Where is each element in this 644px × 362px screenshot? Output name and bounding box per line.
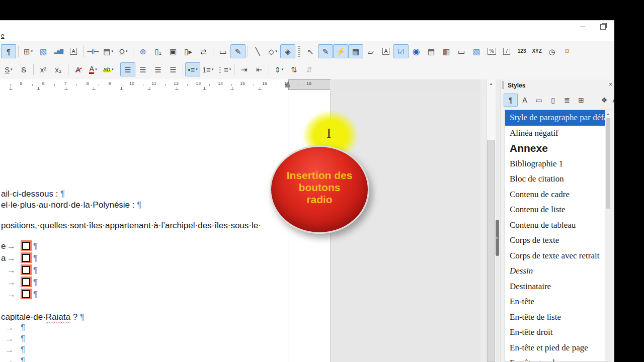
control-wizards-button[interactable]: ⚡ (333, 44, 348, 58)
insert-hyperlink-button[interactable]: ⊕ (135, 44, 150, 58)
dropdown-arrow-icon[interactable]: ▾ (126, 49, 128, 53)
style-list-item[interactable]: Style de paragraphe par défaut (505, 110, 605, 126)
line-spacing-button[interactable]: ⇕▾ (271, 62, 286, 76)
checkbox-control[interactable] (22, 266, 30, 274)
checkbox-anchor-highlight[interactable] (21, 277, 32, 287)
subscript-button[interactable]: x₂ (51, 62, 66, 76)
highlight-color-button[interactable]: ab▾ (101, 62, 116, 76)
style-list-item[interactable]: En-tête et pied de page (505, 340, 605, 356)
style-list-item[interactable]: Contenu de cadre (505, 187, 605, 203)
dropdown-arrow-icon[interactable]: ▾ (275, 49, 277, 53)
paragraph-styles-button[interactable]: ¶ (504, 94, 518, 107)
insert-endnote-button[interactable]: ▣ (166, 44, 181, 58)
dropdown-arrow-icon[interactable]: ▾ (112, 67, 114, 71)
basic-shapes-button[interactable]: ◇▾ (265, 44, 280, 58)
decrease-indent-button[interactable]: ⇤ (252, 62, 267, 76)
dropdown-arrow-icon[interactable]: ▾ (11, 67, 13, 71)
insert-cross-reference-button[interactable]: ⇄ (196, 44, 211, 58)
dropdown-arrow-icon[interactable]: ▾ (111, 49, 113, 53)
style-list-item[interactable]: Corps de texte avec retrait (505, 248, 605, 264)
style-list-item[interactable]: Contenu de liste (505, 202, 605, 218)
menu-item-fragment[interactable]: e (1, 32, 5, 39)
align-right-button[interactable]: ☰ (150, 62, 166, 76)
checkbox-line[interactable]: a→¶ (1, 252, 38, 263)
styles-list-scrollbar[interactable]: ▲ (605, 110, 611, 362)
style-list-item[interactable]: En-tête de liste (505, 310, 605, 325)
check-box-control-button[interactable]: ☑ (393, 44, 409, 58)
currency-field-button[interactable]: ¤ (559, 44, 575, 58)
insert-special-character-button[interactable]: Ω▾ (116, 44, 131, 58)
insert-footnote-button[interactable]: ▯₁ (150, 44, 166, 58)
sidebar-close-icon[interactable]: × (609, 81, 612, 88)
restore-button[interactable] (595, 23, 610, 31)
formatting-marks-button[interactable]: ¶ (1, 44, 16, 58)
insert-page-break-button[interactable]: ⊣⊢ (86, 44, 101, 58)
frame-styles-button[interactable]: ▭ (532, 94, 546, 107)
form-design-button[interactable]: ▦ (348, 44, 363, 58)
list-styles-button[interactable]: ≣ (560, 94, 574, 107)
align-left-button[interactable]: ☰ (120, 62, 135, 76)
insert-text-box-button[interactable]: A (66, 44, 81, 58)
checkbox-control[interactable] (22, 278, 30, 286)
style-list-item[interactable]: En-tête (505, 294, 605, 310)
style-list-item[interactable]: Bloc de citation (505, 171, 605, 187)
insert-field-button[interactable]: ▤▾ (101, 44, 116, 58)
outline-list-button[interactable]: ⋮≡▾ (215, 62, 232, 76)
checkbox-anchor-highlight[interactable] (21, 240, 32, 251)
checkbox-anchor-highlight[interactable] (21, 289, 32, 299)
strikethrough-button[interactable]: S (16, 62, 31, 76)
toolbar-grip[interactable] (298, 46, 300, 57)
sidebar-grip[interactable] (502, 81, 504, 89)
insert-table-button[interactable]: ⊞▾ (21, 44, 36, 58)
scrollbar-thumb[interactable] (606, 118, 610, 209)
document-vertical-scrollbar[interactable]: ▲ (486, 79, 496, 362)
scrollbar-thumb[interactable] (487, 140, 495, 362)
dropdown-arrow-icon[interactable]: ▾ (196, 67, 198, 71)
document-page[interactable]: ail·ci-dessous : ¶el·le·plus·au·nord·de·… (0, 90, 331, 362)
pattern-field-button[interactable]: XYZ (529, 44, 544, 58)
underline-button[interactable]: S▾ (1, 62, 16, 76)
list-box-control-button[interactable]: ▤ (424, 44, 439, 58)
dropdown-arrow-icon[interactable]: ▾ (95, 67, 97, 71)
style-list-item[interactable]: Alinéa négatif (505, 126, 605, 141)
checkbox-anchor-highlight[interactable] (21, 264, 32, 275)
sidebar-splitter-handle[interactable]: ▸ (496, 220, 499, 256)
minimize-button[interactable]: — (575, 23, 590, 31)
increase-indent-button[interactable]: ⇥ (236, 62, 252, 76)
checkbox-line[interactable]: e→¶ (1, 240, 38, 251)
checkbox-anchor-highlight[interactable] (21, 252, 32, 263)
style-list-item[interactable]: Contenu de tableau (505, 218, 605, 233)
text-box-control-button[interactable]: A (378, 44, 393, 58)
style-list-item[interactable]: En-tête gauche (505, 355, 605, 362)
insert-image-button[interactable]: ▧ (36, 44, 51, 58)
image-button-control-button[interactable]: ▧ (469, 44, 484, 58)
option-button-control-button[interactable]: ◉ (409, 44, 424, 58)
horizontal-ruler[interactable]: 456789101112131415161718 (0, 79, 331, 91)
dropdown-arrow-icon[interactable]: ▾ (229, 67, 231, 71)
insert-comment-button[interactable]: ▭ (215, 44, 230, 58)
move-up-down-button[interactable]: ⇅ (286, 62, 301, 76)
clear-formatting-button[interactable]: A (70, 62, 86, 76)
justify-button[interactable]: ☰ (166, 62, 181, 76)
checkbox-line[interactable]: →¶ (1, 289, 38, 300)
align-center-button[interactable]: ☰ (135, 62, 150, 76)
checkbox-line[interactable]: →¶ (1, 277, 38, 288)
label-field-button[interactable]: ▱ (363, 44, 378, 58)
fill-format-mode-button[interactable]: ❖ (597, 94, 611, 107)
push-button-control-button[interactable]: ▭ (454, 44, 469, 58)
style-list-item[interactable]: Bibliographie 1 (505, 156, 605, 172)
style-list-item[interactable]: Corps de texte (505, 233, 605, 248)
track-changes-button[interactable]: ✎ (230, 44, 246, 58)
formatted-field-button[interactable]: % (484, 44, 499, 58)
insert-chart-button[interactable]: ▂▅▇ (51, 44, 66, 58)
page-styles-button[interactable]: ▯ (546, 94, 560, 107)
insert-bookmark-button[interactable]: ▯▸ (181, 44, 196, 58)
combo-box-control-button[interactable]: ▥ (439, 44, 454, 58)
style-list-item[interactable]: Annexe (505, 141, 605, 156)
style-list-item[interactable]: En-tête droit (505, 325, 605, 340)
character-styles-button[interactable]: A (518, 94, 532, 107)
checkbox-line[interactable]: →¶ (1, 264, 38, 276)
checkbox-control[interactable] (22, 254, 30, 262)
design-mode-button[interactable]: ✎ (318, 44, 333, 58)
superscript-button[interactable]: x² (36, 62, 51, 76)
